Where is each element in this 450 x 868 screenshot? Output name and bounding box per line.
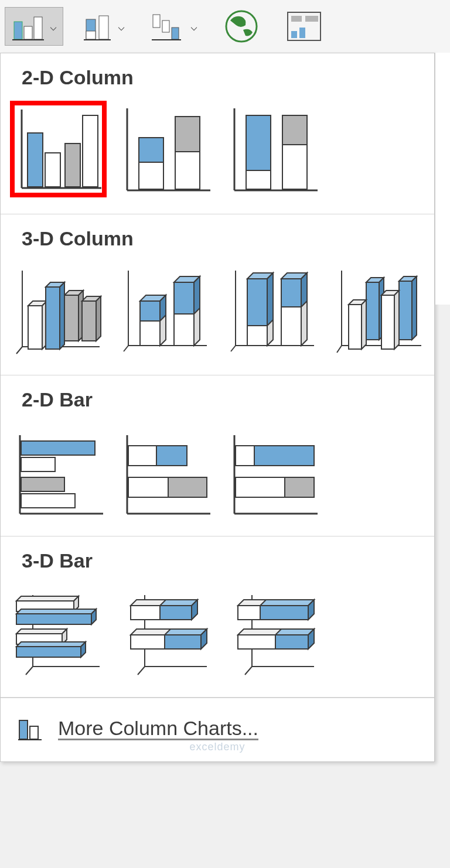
globe-icon xyxy=(223,9,260,44)
svg-marker-117 xyxy=(16,609,96,614)
svg-rect-15 xyxy=(305,16,318,22)
svg-rect-8 xyxy=(153,15,160,28)
svg-marker-85 xyxy=(412,276,417,340)
3d-100-stacked-bar[interactable] xyxy=(224,584,321,681)
svg-rect-147 xyxy=(275,635,308,649)
svg-rect-22 xyxy=(65,143,80,187)
svg-rect-101 xyxy=(156,446,187,466)
scrollbar-edge xyxy=(435,53,450,305)
svg-rect-35 xyxy=(282,115,307,145)
svg-rect-97 xyxy=(21,494,75,508)
svg-rect-142 xyxy=(260,606,308,620)
svg-rect-95 xyxy=(21,457,55,471)
svg-rect-17 xyxy=(299,28,305,38)
svg-rect-16 xyxy=(291,31,297,38)
waterfall-icon xyxy=(151,11,186,42)
column-chart-icon xyxy=(11,11,45,42)
chevron-down-icon: ⌵ xyxy=(118,19,125,33)
stacked-bar-chart[interactable] xyxy=(117,423,214,520)
svg-rect-23 xyxy=(83,115,98,187)
svg-rect-96 xyxy=(21,477,64,491)
3d-clustered-column[interactable] xyxy=(10,262,107,358)
3d-stacked-column[interactable] xyxy=(117,262,214,358)
svg-marker-123 xyxy=(16,642,86,647)
svg-rect-152 xyxy=(30,726,38,739)
section-title-2d-bar: 2-D Bar xyxy=(22,388,429,411)
section-3d-bar: 3-D Bar xyxy=(1,536,434,698)
svg-rect-80 xyxy=(366,282,379,340)
svg-rect-60 xyxy=(174,282,194,314)
3d-column[interactable] xyxy=(332,262,428,358)
svg-rect-21 xyxy=(45,153,60,187)
svg-rect-68 xyxy=(247,279,267,326)
stacked-column-chart[interactable] xyxy=(117,101,214,197)
section-2d-bar: 2-D Bar xyxy=(1,375,434,536)
column-chart-icon xyxy=(17,715,44,741)
100-stacked-column-chart[interactable] xyxy=(224,101,321,197)
insert-waterfall-button[interactable]: ⌵ xyxy=(144,7,204,46)
svg-marker-63 xyxy=(194,276,200,314)
3d-100-stacked-column[interactable] xyxy=(224,262,321,358)
svg-rect-1 xyxy=(24,26,32,39)
svg-rect-86 xyxy=(349,305,362,349)
svg-rect-45 xyxy=(28,306,42,349)
section-title-3d-bar: 3-D Bar xyxy=(22,549,429,572)
svg-marker-91 xyxy=(394,291,399,349)
3d-stacked-bar[interactable] xyxy=(117,584,214,681)
more-charts-label: More Column Charts... xyxy=(58,717,258,740)
svg-marker-144 xyxy=(260,600,314,606)
svg-marker-136 xyxy=(165,629,207,635)
svg-rect-29 xyxy=(175,117,200,152)
section-2d-column: 2-D Column xyxy=(1,53,434,214)
svg-rect-129 xyxy=(160,606,192,620)
svg-line-37 xyxy=(16,347,22,354)
svg-rect-5 xyxy=(86,31,96,39)
svg-rect-94 xyxy=(21,441,95,455)
svg-line-65 xyxy=(231,346,236,351)
svg-rect-73 xyxy=(281,279,301,307)
stacked-chart-icon xyxy=(83,11,113,42)
svg-rect-10 xyxy=(172,28,179,39)
watermark: exceldemy xyxy=(189,741,245,753)
insert-pivot-chart-button[interactable] xyxy=(279,6,329,47)
svg-rect-122 xyxy=(16,647,81,657)
svg-rect-48 xyxy=(46,287,60,349)
100-stacked-bar-chart[interactable] xyxy=(224,423,321,520)
svg-marker-50 xyxy=(60,282,64,349)
chevron-down-icon: ⌵ xyxy=(50,19,57,33)
svg-rect-116 xyxy=(16,614,91,624)
svg-marker-114 xyxy=(16,596,79,601)
clustered-column-chart[interactable] xyxy=(10,101,107,197)
section-title-3d-column: 3-D Column xyxy=(22,227,429,250)
svg-rect-39 xyxy=(64,295,79,341)
svg-rect-0 xyxy=(14,22,22,39)
3d-clustered-bar[interactable] xyxy=(10,584,107,681)
svg-rect-33 xyxy=(246,115,271,170)
svg-rect-89 xyxy=(381,295,394,349)
svg-line-52 xyxy=(124,346,128,351)
insert-column-chart-button[interactable]: ⌵ xyxy=(5,7,63,46)
svg-rect-2 xyxy=(34,17,42,39)
svg-line-126 xyxy=(138,667,145,675)
svg-rect-103 xyxy=(168,477,207,497)
svg-rect-14 xyxy=(291,16,302,22)
insert-map-button[interactable] xyxy=(217,5,266,48)
ribbon-strip: ⌵ ⌵ ⌵ xyxy=(0,0,450,53)
svg-marker-120 xyxy=(16,629,67,634)
svg-line-111 xyxy=(26,667,33,675)
svg-rect-20 xyxy=(28,133,43,187)
svg-rect-27 xyxy=(139,138,163,162)
svg-rect-134 xyxy=(165,635,201,649)
insert-stacked-chart-button[interactable]: ⌵ xyxy=(76,7,131,46)
svg-rect-109 xyxy=(285,477,314,497)
column-chart-dropdown: 2-D Column xyxy=(0,53,435,762)
svg-rect-83 xyxy=(399,281,412,340)
svg-line-139 xyxy=(245,667,252,675)
clustered-bar-chart[interactable] xyxy=(10,423,107,520)
svg-rect-6 xyxy=(99,16,108,39)
svg-rect-9 xyxy=(162,20,169,32)
svg-marker-76 xyxy=(301,273,307,307)
svg-rect-151 xyxy=(19,720,28,739)
svg-marker-88 xyxy=(362,300,366,349)
svg-rect-55 xyxy=(140,301,160,321)
